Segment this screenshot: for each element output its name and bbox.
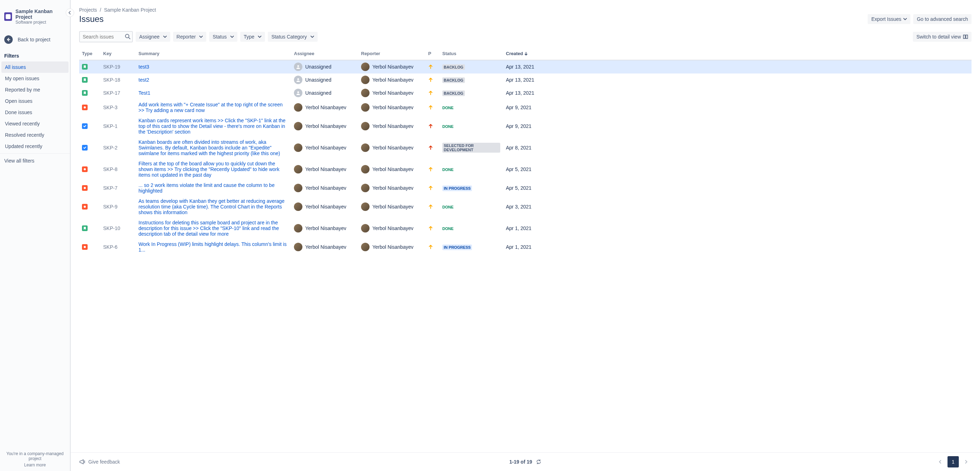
sidebar-filter-item[interactable]: Resolved recently — [2, 129, 68, 141]
back-to-project[interactable]: Back to project — [0, 32, 70, 47]
priority-medium-icon — [428, 64, 437, 69]
table-row[interactable]: SKP-10Instructions for deleting this sam… — [79, 218, 972, 239]
table-row[interactable]: SKP-18test2UnassignedYerbol NisanbayevBA… — [79, 73, 972, 87]
reporter-name: Yerbol Nisanbayev — [372, 204, 413, 210]
footer: Give feedback 1-19 of 19 1 — [71, 452, 980, 471]
filter-reporter[interactable]: Reporter — [173, 32, 206, 42]
learn-more-link[interactable]: Learn more — [3, 463, 67, 468]
avatar — [361, 224, 369, 232]
col-key[interactable]: Key — [100, 48, 136, 60]
created-date: Apr 13, 2021 — [503, 87, 972, 100]
page-next[interactable] — [960, 456, 972, 468]
give-feedback[interactable]: Give feedback — [79, 458, 120, 465]
back-label: Back to project — [18, 37, 51, 42]
chevron-down-icon — [230, 35, 234, 38]
breadcrumb-projects[interactable]: Projects — [79, 7, 97, 13]
assignee-name: Unassigned — [305, 77, 331, 83]
advanced-search-button[interactable]: Go to advanced search — [913, 14, 972, 24]
filter-type[interactable]: Type — [240, 32, 265, 42]
sidebar-filter-item[interactable]: Done issues — [2, 107, 68, 118]
issue-summary-link[interactable]: Kanban cards represent work items >> Cli… — [138, 118, 285, 135]
col-priority[interactable]: P — [425, 48, 439, 60]
sidebar-filter-item[interactable]: Open issues — [2, 95, 68, 107]
avatar — [361, 184, 369, 192]
chevron-left-icon — [68, 11, 72, 14]
priority-medium-icon — [428, 186, 437, 191]
issue-summary-link[interactable]: test3 — [138, 64, 149, 70]
svg-rect-1 — [963, 35, 965, 38]
page-prev[interactable] — [935, 456, 946, 468]
created-date: Apr 3, 2021 — [503, 196, 972, 218]
chevron-right-icon — [964, 460, 967, 463]
table-row[interactable]: SKP-19test3UnassignedYerbol NisanbayevBA… — [79, 60, 972, 73]
assignee-name: Yerbol Nisanbayev — [305, 145, 346, 151]
export-issues-button[interactable]: Export Issues — [868, 14, 910, 24]
reporter-name: Yerbol Nisanbayev — [372, 77, 413, 83]
status-badge: BACKLOG — [442, 77, 465, 83]
table-row[interactable]: SKP-7... so 2 work items violate the lim… — [79, 180, 972, 196]
issue-summary-link[interactable]: Kanban boards are often divided into str… — [138, 139, 280, 156]
filters-heading: Filters — [0, 47, 70, 62]
created-date: Apr 13, 2021 — [503, 60, 972, 73]
filter-status[interactable]: Status — [209, 32, 237, 42]
status-badge: SELECTED FOR DEVELOPMENT — [442, 143, 500, 153]
col-type[interactable]: Type — [79, 48, 100, 60]
table-row[interactable]: SKP-9As teams develop with Kanban they g… — [79, 196, 972, 218]
issue-summary-link[interactable]: As teams develop with Kanban they get be… — [138, 198, 285, 215]
chevron-down-icon — [199, 35, 203, 38]
bug-icon — [82, 244, 88, 250]
col-created[interactable]: Created — [503, 48, 972, 60]
sidebar-filter-item[interactable]: Reported by me — [2, 84, 68, 95]
table-row[interactable]: SKP-6Work In Progress (WIP) limits highl… — [79, 239, 972, 255]
sidebar-collapse-button[interactable] — [66, 8, 74, 17]
page-current[interactable]: 1 — [948, 456, 959, 468]
avatar — [361, 89, 369, 97]
status-badge: DONE — [442, 226, 453, 231]
issue-summary-link[interactable]: Filters at the top of the board allow yo… — [138, 161, 280, 178]
table-row[interactable]: SKP-2Kanban boards are often divided int… — [79, 137, 972, 159]
sidebar-filter-item[interactable]: Viewed recently — [2, 118, 68, 129]
sidebar-filter-item[interactable]: All issues — [2, 62, 68, 73]
avatar — [294, 202, 302, 211]
feedback-label: Give feedback — [88, 459, 120, 465]
status-badge: DONE — [442, 205, 453, 209]
table-row[interactable]: SKP-1Kanban cards represent work items >… — [79, 116, 972, 137]
avatar — [361, 122, 369, 130]
issue-key: SKP-7 — [100, 180, 136, 196]
avatar-unassigned — [294, 89, 302, 97]
col-reporter[interactable]: Reporter — [358, 48, 425, 60]
col-status[interactable]: Status — [439, 48, 503, 60]
svg-point-7 — [84, 168, 86, 170]
issue-summary-link[interactable]: ... so 2 work items violate the limit an… — [138, 182, 275, 194]
breadcrumb: Projects / Sample Kanban Project — [79, 7, 972, 13]
priority-medium-icon — [428, 245, 437, 250]
issue-summary-link[interactable]: Instructions for deleting this sample bo… — [138, 220, 279, 237]
table-row[interactable]: SKP-8Filters at the top of the board all… — [79, 159, 972, 180]
sidebar-filter-item[interactable]: My open issues — [2, 73, 68, 84]
table-row[interactable]: SKP-3Add work items with "+ Create Issue… — [79, 100, 972, 116]
created-date: Apr 1, 2021 — [503, 239, 972, 255]
avatar — [294, 143, 302, 152]
col-assignee[interactable]: Assignee — [291, 48, 358, 60]
task-icon — [82, 123, 88, 129]
sort-desc-icon — [524, 52, 528, 56]
status-badge: BACKLOG — [442, 64, 465, 70]
table-row[interactable]: SKP-17Test1UnassignedYerbol NisanbayevBA… — [79, 87, 972, 100]
view-all-filters[interactable]: View all filters — [0, 153, 70, 168]
issue-key: SKP-2 — [100, 137, 136, 159]
filter-assignee[interactable]: Assignee — [136, 32, 170, 42]
sidebar-filter-item[interactable]: Updated recently — [2, 141, 68, 152]
issue-summary-link[interactable]: Add work items with "+ Create Issue" at … — [138, 102, 283, 113]
issue-summary-link[interactable]: Work In Progress (WIP) limits highlight … — [138, 241, 286, 253]
reporter-name: Yerbol Nisanbayev — [372, 123, 413, 129]
switch-detail-view-button[interactable]: Switch to detail view — [913, 32, 972, 42]
reporter-name: Yerbol Nisanbayev — [372, 244, 413, 250]
refresh-button[interactable] — [536, 459, 541, 465]
priority-medium-icon — [428, 167, 437, 172]
breadcrumb-project[interactable]: Sample Kanban Project — [104, 7, 156, 13]
issue-summary-link[interactable]: test2 — [138, 77, 149, 83]
priority-medium-icon — [428, 91, 437, 95]
issue-summary-link[interactable]: Test1 — [138, 90, 150, 96]
col-summary[interactable]: Summary — [136, 48, 291, 60]
filter-status-category[interactable]: Status Category — [268, 32, 317, 42]
